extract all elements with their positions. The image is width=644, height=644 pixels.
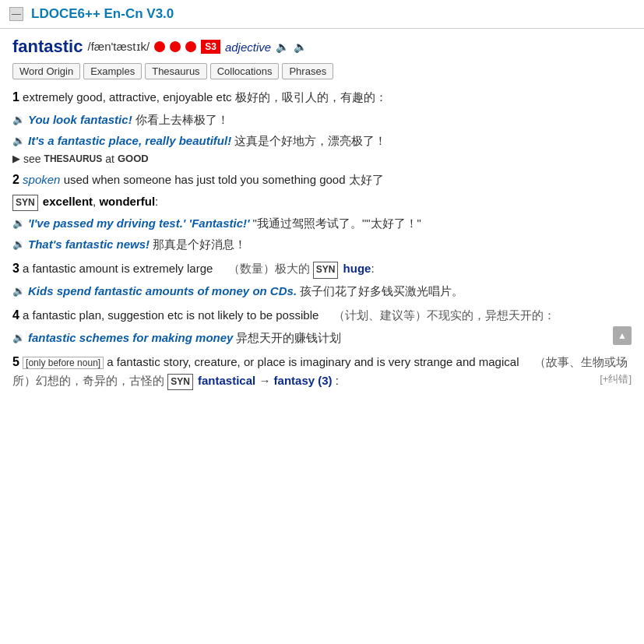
example-2-1-en: 'I've passed my driving test.' 'Fantasti… [28,214,250,233]
good-link[interactable]: GOOD [118,153,149,164]
sense-1-definition: 1 extremely good, attractive, enjoyable … [12,87,632,107]
sense-1: 1 extremely good, attractive, enjoyable … [12,87,632,165]
app-title: LDOCE6++ En-Cn V3.0 [31,6,174,22]
see-thesaurus-line: ▶ see THESAURUS at GOOD [12,153,632,165]
speaker-icon-3-1[interactable]: 🔉 [12,283,25,300]
sense-4: 4 a fantastic plan, suggestion etc is no… [12,305,632,347]
sense-4-def-text: a fantastic plan, suggestion etc is not … [23,308,330,322]
huge-link: huge [343,262,371,275]
example-1-1-en: You look fantastic! [28,111,132,129]
sense-num-2: 2 [12,173,19,186]
headword-line: fantastic /fæn'tæstɪk/ S3 adjective 🔈 🔈 [12,37,632,57]
fantastical-link[interactable]: fantastical [198,374,255,387]
see-label: see [23,153,41,165]
s3-badge: S3 [201,40,220,54]
sense-4-cn: （计划、建议等）不现实的，异想天开的： [333,308,555,322]
sense-3-def-text: a fantastic amount is extremely large [23,262,224,275]
example-3-1-en: Kids spend fantastic amounts of money on… [28,282,297,301]
example-2-2-en: That's fantastic news! [28,235,150,254]
sense-1-def-text: extremely good, attractive, enjoyable et… [23,90,235,104]
example-4-1-cn: 异想天开的赚钱计划 [236,329,341,347]
part-of-speech: adjective [225,40,271,54]
only-before-noun-badge: [only before noun] [23,357,104,369]
sense-3: 3 a fantastic amount is extremely large … [12,259,632,301]
sense-2-syn-line: SYN excellent, wonderful: [12,192,632,211]
sense-5-definition: 5 [only before noun] a fantastic story, … [12,352,632,391]
frequency-dot-2 [170,41,181,52]
tabs-row: Word Origin Examples Thesaurus Collocati… [12,63,632,79]
syn-words-2: excellent [43,195,93,208]
audio-button-1[interactable]: 🔈 [276,40,289,53]
tab-phrases[interactable]: Phrases [282,63,333,79]
frequency-dot-1 [154,41,165,52]
sense-4-definition: 4 a fantastic plan, suggestion etc is no… [12,305,632,326]
tab-thesaurus[interactable]: Thesaurus [145,63,206,79]
speaker-icon-1-1[interactable]: 🔉 [12,112,25,128]
syn-badge-2: SYN [12,195,38,211]
minimize-button[interactable]: — [9,7,23,21]
speaker-icon-2-1[interactable]: 🔉 [12,216,25,232]
example-1-2: 🔉 It's a fantastic place, really beautif… [12,132,632,150]
frequency-dot-3 [185,41,196,52]
example-1-2-cn: 这真是个好地方，漂亮极了！ [234,132,386,150]
example-2-2-cn: 那真是个好消息！ [153,235,246,254]
sense-2: 2 spoken used when someone has just told… [12,170,632,255]
example-3-1-cn: 孩子们花了好多钱买激光唱片。 [300,282,463,301]
fix-error-link[interactable]: [+纠错] [600,371,632,388]
triangle-icon: ▶ [12,153,20,164]
headword: fantastic [12,37,83,57]
sense-5: 5 [only before noun] a fantastic story, … [12,352,632,391]
speaker-icon-4-1[interactable]: 🔉 [12,330,25,347]
example-3-1: 🔉 Kids spend fantastic amounts of money … [12,282,632,301]
speaker-icon-2-2[interactable]: 🔉 [12,237,25,253]
sense-num-5: 5 [12,355,19,368]
sense-num-4: 4 [12,308,19,322]
example-2-2: 🔉 That's fantastic news! 那真是个好消息！ [12,235,632,254]
title-bar: — LDOCE6++ En-Cn V3.0 [0,0,644,29]
example-4-1: 🔉 fantastic schemes for making money 异想天… [12,329,632,347]
syn-words-2b: wonderful [99,195,155,208]
example-1-1: 🔉 You look fantastic! 你看上去棒极了！ [12,111,632,129]
sense-2-definition: 2 spoken used when someone has just told… [12,170,632,190]
example-4-1-en: fantastic schemes for making money [28,329,233,347]
example-2-1: 🔉 'I've passed my driving test.' 'Fantas… [12,214,632,233]
tab-examples[interactable]: Examples [83,63,142,79]
example-1-1-cn: 你看上去棒极了！ [135,111,229,129]
sense-2-cn: 太好了 [349,173,384,186]
pronunciation: /fæn'tæstɪk/ [87,40,150,54]
tab-collocations[interactable]: Collocations [210,63,280,79]
fantasy-link[interactable]: fantasy (3) [274,374,333,387]
sense-1-cn: 极好的，吸引人的，有趣的： [235,90,387,104]
sense-num-3: 3 [12,262,19,275]
example-2-1-cn: "我通过驾照考试了。""太好了！" [253,214,421,233]
thesaurus-link[interactable]: THESAURUS [44,153,103,164]
audio-button-2[interactable]: 🔈 [294,40,307,53]
syn-badge-5: SYN [167,374,193,390]
speaker-icon-1-2[interactable]: 🔉 [12,133,25,150]
main-content: fantastic /fæn'tæstɪk/ S3 adjective 🔈 🔈 … [0,29,644,407]
arrow: → [259,374,273,387]
example-1-2-en: It's a fantastic place, really beautiful… [28,132,231,150]
scroll-up-button[interactable]: ▲ [613,326,632,345]
sense-num-1: 1 [12,90,19,104]
sense-3-cn: （数量）极大的 [228,262,313,275]
sense-3-definition: 3 a fantastic amount is extremely large … [12,259,632,279]
syn-badge-3: SYN [313,262,339,278]
tab-word-origin[interactable]: Word Origin [12,63,80,79]
at-label: at [105,153,114,165]
sense-5-def-text: a fantastic story, creature, or place is… [107,355,530,368]
sense-2-def-text: used when someone has just told you some… [64,173,349,186]
spoken-label: spoken [23,173,60,186]
